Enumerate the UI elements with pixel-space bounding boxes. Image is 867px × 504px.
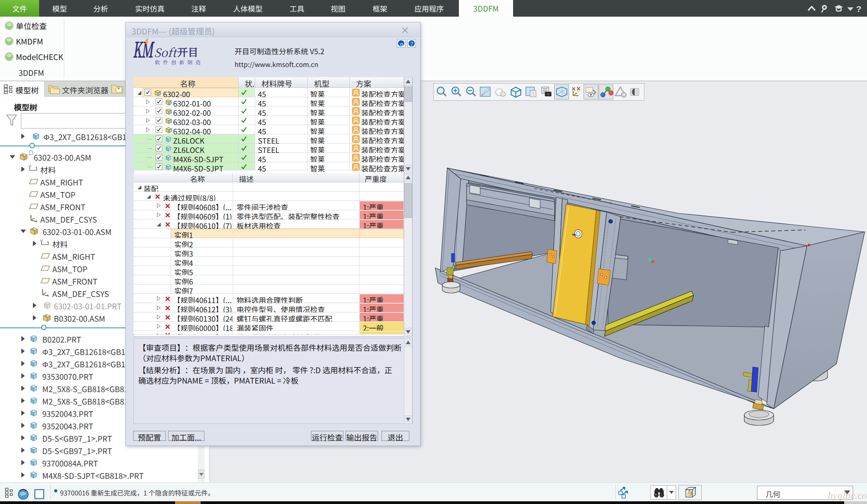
svg-text:Soft: Soft	[154, 43, 178, 60]
svg-text:KM: KM	[133, 38, 155, 63]
svg-text:软件创新制造: 软件创新制造	[155, 58, 204, 66]
svg-text:*: *	[117, 85, 120, 94]
svg-text:开目: 开目	[177, 44, 198, 59]
svg-text:?: ?	[856, 4, 861, 14]
